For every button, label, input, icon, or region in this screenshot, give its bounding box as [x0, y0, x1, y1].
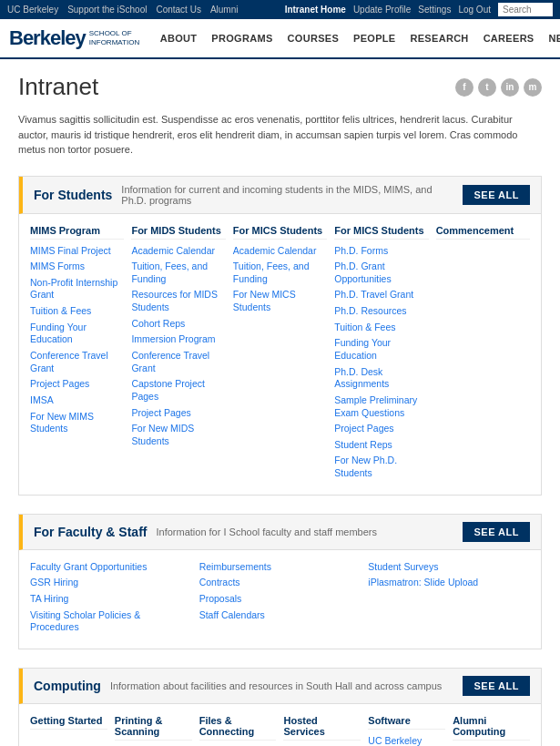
- list-item[interactable]: Reimbursements: [199, 561, 361, 574]
- list-item[interactable]: Ph.D. Grant Opportunities: [334, 261, 428, 285]
- list-item[interactable]: Cohort Reps: [131, 318, 225, 331]
- list-item[interactable]: GSR Hiring: [30, 577, 192, 589]
- topbar-intranet-home[interactable]: Intranet Home: [285, 5, 346, 15]
- topbar-update-profile[interactable]: Update Profile: [353, 5, 411, 15]
- section-students-header: For Students Information for current and…: [19, 177, 541, 214]
- col-files-header: Files & Connecting: [199, 715, 277, 741]
- section-students-body: MIMS Program MIMS Final Project MIMS For…: [19, 214, 541, 495]
- col-alumni-computing: Alumni Computing CIS Service Catalog Pol…: [453, 715, 530, 746]
- list-item[interactable]: MIMS Forms: [30, 261, 124, 273]
- mail-icon[interactable]: m: [524, 78, 542, 97]
- list-item[interactable]: Immersion Program: [131, 333, 225, 346]
- nav-careers[interactable]: CAREERS: [476, 20, 542, 56]
- search-input[interactable]: [498, 3, 553, 16]
- list-item[interactable]: Staff Calendars: [199, 609, 361, 622]
- section-students-desc: Information for current and incoming stu…: [121, 184, 453, 206]
- topbar-settings[interactable]: Settings: [418, 5, 451, 15]
- section-faculty-header: For Faculty & Staff Information for I Sc…: [19, 515, 541, 550]
- nav-research[interactable]: RESEARCH: [402, 20, 475, 56]
- nav-people[interactable]: PEOPLE: [346, 20, 402, 56]
- list-item[interactable]: Resources for MIDS Students: [131, 289, 225, 313]
- list-item[interactable]: Conference Travel Grant: [131, 350, 225, 374]
- col-mids: For MIDS Students Academic Calendar Tuit…: [131, 225, 225, 484]
- top-bar: UC Berkeley Support the iSchool Contact …: [0, 0, 560, 19]
- topbar-logout[interactable]: Log Out: [458, 5, 491, 15]
- list-item[interactable]: Sample Preliminary Exam Questions: [334, 394, 428, 419]
- col-faculty-3: Student Surveys iPlasmatron: Slide Uploa…: [368, 561, 530, 638]
- faculty-columns: Faculty Grant Opportunities GSR Hiring T…: [30, 561, 530, 638]
- col-faculty-1: Faculty Grant Opportunities GSR Hiring T…: [30, 561, 192, 638]
- list-item[interactable]: Project Pages: [131, 407, 225, 420]
- col-mics-header: For MICS Students: [233, 225, 327, 240]
- list-item[interactable]: For New MICS Students: [233, 289, 327, 313]
- list-item[interactable]: Tuition, Fees, and Funding: [233, 261, 327, 285]
- list-item[interactable]: Student Reps: [334, 439, 428, 452]
- nav-programs[interactable]: PROGRAMS: [204, 20, 280, 56]
- nav-about[interactable]: ABOUT: [153, 20, 205, 56]
- list-item[interactable]: MIMS Final Project: [30, 245, 124, 258]
- nav-courses[interactable]: COURSES: [280, 20, 347, 56]
- topbar-support[interactable]: Support the iSchool: [67, 5, 147, 15]
- intro-text: Vivamus sagittis sollicitudin est. Suspe…: [18, 112, 542, 158]
- list-item[interactable]: Proposals: [199, 593, 361, 606]
- list-item[interactable]: Non-Profit Internship Grant: [30, 277, 124, 301]
- col-files: Files & Connecting Accessing Files Perso…: [199, 715, 277, 746]
- facebook-icon[interactable]: f: [455, 78, 473, 97]
- computing-columns: Getting Started Printing & Scanning Prin…: [30, 715, 530, 746]
- list-item[interactable]: Project Pages: [334, 423, 428, 435]
- col-mims-list: MIMS Final Project MIMS Forms Non-Profit…: [30, 245, 124, 435]
- section-students-title: For Students: [34, 188, 112, 202]
- list-item[interactable]: Contracts: [199, 577, 361, 589]
- list-item[interactable]: Tuition & Fees: [334, 322, 428, 334]
- list-item[interactable]: Academic Calendar: [233, 245, 327, 258]
- list-item[interactable]: Conference Travel Grant: [30, 350, 124, 374]
- topbar-uc-berkeley[interactable]: UC Berkeley: [7, 5, 58, 15]
- list-item[interactable]: Faculty Grant Opportunities: [30, 561, 192, 574]
- list-item[interactable]: Ph.D. Travel Grant: [334, 289, 428, 301]
- list-item[interactable]: For New MIMS Students: [30, 411, 124, 435]
- list-item[interactable]: Funding Your Education: [30, 322, 124, 346]
- col-hosted: Hosted Services Setting up an I School B…: [283, 715, 361, 746]
- students-see-all-button[interactable]: SEE ALL: [463, 185, 530, 205]
- logo-school-text: SCHOOL OF INFORMATION: [89, 29, 139, 46]
- list-item[interactable]: iPlasmatron: Slide Upload: [368, 577, 530, 589]
- list-item[interactable]: UC Berkeley Software Central: [368, 735, 445, 746]
- list-item[interactable]: For New MIDS Students: [131, 423, 225, 447]
- logo-berkeley-text: Berkeley: [9, 26, 86, 50]
- col-phd: For MICS Students Ph.D. Forms Ph.D. Gran…: [334, 225, 428, 484]
- nav-links: ABOUT PROGRAMS COURSES PEOPLE RESEARCH C…: [153, 20, 560, 56]
- col-mids-header: For MIDS Students: [131, 225, 225, 240]
- page-title: Intranet: [18, 73, 98, 101]
- list-item[interactable]: Visiting Scholar Policies & Procedures: [30, 609, 192, 634]
- col-software-list: UC Berkeley Software Central: [368, 735, 445, 746]
- col-commencement-header: Commencement: [436, 225, 530, 240]
- col-phd-list: Ph.D. Forms Ph.D. Grant Opportunities Ph…: [334, 245, 428, 480]
- col-software: Software UC Berkeley Software Central: [368, 715, 445, 746]
- list-item[interactable]: Academic Calendar: [131, 245, 225, 258]
- list-item[interactable]: Tuition, Fees, and Funding: [131, 261, 225, 285]
- list-item[interactable]: Tuition & Fees: [30, 305, 124, 318]
- list-item[interactable]: Student Surveys: [368, 561, 530, 574]
- faculty-see-all-button[interactable]: SEE ALL: [463, 522, 530, 542]
- section-for-students: For Students Information for current and…: [18, 176, 542, 496]
- list-item[interactable]: Ph.D. Resources: [334, 305, 428, 318]
- list-item[interactable]: Ph.D. Forms: [334, 245, 428, 258]
- col-mics-list: Academic Calendar Tuition, Fees, and Fun…: [233, 245, 327, 314]
- computing-see-all-button[interactable]: SEE ALL: [463, 676, 530, 696]
- section-computing-title: Computing: [34, 679, 101, 693]
- topbar-contact[interactable]: Contact Us: [156, 5, 200, 15]
- list-item[interactable]: For New Ph.D. Students: [334, 455, 428, 479]
- topbar-alumni[interactable]: Alumni: [210, 5, 239, 15]
- list-item[interactable]: TA Hiring: [30, 593, 192, 606]
- col-faculty-2-list: Reimbursements Contracts Proposals Staff…: [199, 561, 361, 622]
- list-item[interactable]: Funding Your Education: [334, 337, 428, 362]
- nav-news[interactable]: NEWS: [542, 20, 560, 56]
- section-computing-header: Computing Information about facilities a…: [19, 669, 541, 704]
- linkedin-icon[interactable]: in: [501, 78, 519, 97]
- list-item[interactable]: Ph.D. Desk Assignments: [334, 366, 428, 391]
- list-item[interactable]: IMSA: [30, 394, 124, 407]
- list-item[interactable]: Capstone Project Pages: [131, 378, 225, 403]
- list-item[interactable]: Project Pages: [30, 378, 124, 391]
- twitter-icon[interactable]: t: [478, 78, 496, 97]
- logo: Berkeley SCHOOL OF INFORMATION: [9, 19, 139, 57]
